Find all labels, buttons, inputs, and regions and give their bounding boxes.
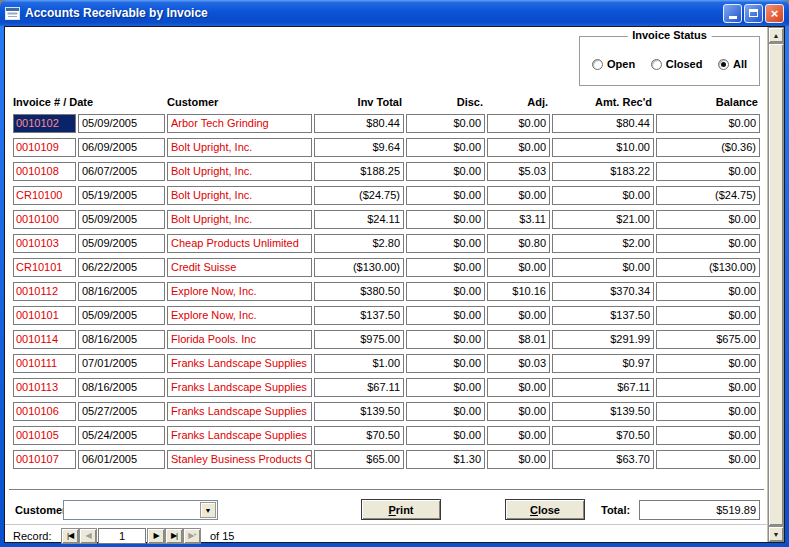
- inv-total-cell[interactable]: ($24.75): [314, 186, 404, 205]
- disc-cell[interactable]: $0.00: [406, 114, 485, 133]
- disc-cell[interactable]: $0.00: [406, 234, 485, 253]
- inv-total-cell[interactable]: ($130.00): [314, 258, 404, 277]
- inv-total-cell[interactable]: $2.80: [314, 234, 404, 253]
- invoice-date-cell[interactable]: 05/27/2005: [78, 402, 165, 421]
- invoice-date-cell[interactable]: 05/09/2005: [78, 210, 165, 229]
- inv-total-cell[interactable]: $380.50: [314, 282, 404, 301]
- invoice-number-cell[interactable]: 0010112: [13, 282, 76, 301]
- adj-cell[interactable]: $0.00: [487, 114, 550, 133]
- customer-cell[interactable]: Bolt Upright, Inc.: [167, 186, 312, 205]
- invoice-number-cell[interactable]: 0010111: [13, 354, 76, 373]
- adj-cell[interactable]: $0.80: [487, 234, 550, 253]
- customer-cell[interactable]: Explore Now, Inc.: [167, 306, 312, 325]
- scroll-up-icon[interactable]: ▲: [768, 27, 784, 43]
- invoice-number-cell[interactable]: 0010114: [13, 330, 76, 349]
- invoice-date-cell[interactable]: 08/16/2005: [78, 330, 165, 349]
- balance-cell[interactable]: $0.00: [656, 306, 760, 325]
- balance-cell[interactable]: $0.00: [656, 234, 760, 253]
- last-record-button[interactable]: ▶|: [165, 528, 183, 544]
- customer-cell[interactable]: Arbor Tech Grinding: [167, 114, 312, 133]
- amt-recd-cell[interactable]: $137.50: [552, 306, 654, 325]
- adj-cell[interactable]: $0.00: [487, 426, 550, 445]
- balance-cell[interactable]: $0.00: [656, 210, 760, 229]
- invoice-date-cell[interactable]: 06/09/2005: [78, 138, 165, 157]
- balance-cell[interactable]: $0.00: [656, 282, 760, 301]
- adj-cell[interactable]: $0.03: [487, 354, 550, 373]
- invoice-date-cell[interactable]: 05/09/2005: [78, 114, 165, 133]
- adj-cell[interactable]: $0.00: [487, 378, 550, 397]
- balance-cell[interactable]: ($130.00): [656, 258, 760, 277]
- adj-cell[interactable]: $8.01: [487, 330, 550, 349]
- adj-cell[interactable]: $0.00: [487, 450, 550, 469]
- invoice-date-cell[interactable]: 08/16/2005: [78, 282, 165, 301]
- close-button[interactable]: Close: [505, 499, 585, 520]
- balance-cell[interactable]: $0.00: [656, 354, 760, 373]
- scroll-down-icon[interactable]: ▼: [768, 526, 784, 542]
- disc-cell[interactable]: $0.00: [406, 354, 485, 373]
- invoice-number-cell[interactable]: 0010108: [13, 162, 76, 181]
- disc-cell[interactable]: $0.00: [406, 306, 485, 325]
- disc-cell[interactable]: $0.00: [406, 138, 485, 157]
- inv-total-cell[interactable]: $137.50: [314, 306, 404, 325]
- invoice-number-cell[interactable]: 0010100: [13, 210, 76, 229]
- disc-cell[interactable]: $0.00: [406, 162, 485, 181]
- minimize-button[interactable]: [723, 4, 742, 23]
- vertical-scrollbar[interactable]: ▲ ▼: [767, 27, 784, 542]
- balance-cell[interactable]: $0.00: [656, 162, 760, 181]
- balance-cell[interactable]: $0.00: [656, 450, 760, 469]
- chevron-down-icon[interactable]: ▼: [200, 502, 216, 518]
- inv-total-cell[interactable]: $188.25: [314, 162, 404, 181]
- balance-cell[interactable]: ($0.36): [656, 138, 760, 157]
- invoice-number-cell[interactable]: CR10100: [13, 186, 76, 205]
- inv-total-cell[interactable]: $975.00: [314, 330, 404, 349]
- inv-total-cell[interactable]: $67.11: [314, 378, 404, 397]
- radio-all-circle[interactable]: [718, 59, 729, 70]
- amt-recd-cell[interactable]: $0.97: [552, 354, 654, 373]
- adj-cell[interactable]: $10.16: [487, 282, 550, 301]
- amt-recd-cell[interactable]: $139.50: [552, 402, 654, 421]
- balance-cell[interactable]: $0.00: [656, 378, 760, 397]
- customer-cell[interactable]: Franks Landscape Supplies: [167, 354, 312, 373]
- amt-recd-cell[interactable]: $63.70: [552, 450, 654, 469]
- disc-cell[interactable]: $0.00: [406, 378, 485, 397]
- new-record-button[interactable]: ▶*: [183, 528, 201, 544]
- amt-recd-cell[interactable]: $70.50: [552, 426, 654, 445]
- balance-cell[interactable]: $0.00: [656, 426, 760, 445]
- invoice-number-cell[interactable]: 0010105: [13, 426, 76, 445]
- inv-total-cell[interactable]: $65.00: [314, 450, 404, 469]
- invoice-number-cell[interactable]: 0010106: [13, 402, 76, 421]
- radio-open-circle[interactable]: [592, 59, 603, 70]
- disc-cell[interactable]: $0.00: [406, 330, 485, 349]
- disc-cell[interactable]: $0.00: [406, 186, 485, 205]
- invoice-date-cell[interactable]: 05/09/2005: [78, 234, 165, 253]
- invoice-date-cell[interactable]: 06/22/2005: [78, 258, 165, 277]
- invoice-date-cell[interactable]: 05/09/2005: [78, 306, 165, 325]
- customer-cell[interactable]: Cheap Products Unlimited: [167, 234, 312, 253]
- invoice-date-cell[interactable]: 07/01/2005: [78, 354, 165, 373]
- titlebar[interactable]: Accounts Receivable by Invoice ×: [0, 0, 789, 26]
- invoice-number-cell[interactable]: 0010102: [13, 114, 76, 133]
- inv-total-cell[interactable]: $70.50: [314, 426, 404, 445]
- invoice-number-cell[interactable]: 0010103: [13, 234, 76, 253]
- inv-total-cell[interactable]: $24.11: [314, 210, 404, 229]
- amt-recd-cell[interactable]: $370.34: [552, 282, 654, 301]
- maximize-button[interactable]: [744, 4, 763, 23]
- invoice-date-cell[interactable]: 05/19/2005: [78, 186, 165, 205]
- customer-cell[interactable]: Bolt Upright, Inc.: [167, 138, 312, 157]
- previous-record-button[interactable]: ◀: [79, 528, 97, 544]
- first-record-button[interactable]: |◀: [61, 528, 79, 544]
- balance-cell[interactable]: $0.00: [656, 402, 760, 421]
- customer-cell[interactable]: Florida Pools. Inc: [167, 330, 312, 349]
- next-record-button[interactable]: ▶: [147, 528, 165, 544]
- customer-filter-combobox[interactable]: ▼: [63, 500, 218, 520]
- amt-recd-cell[interactable]: $2.00: [552, 234, 654, 253]
- balance-cell[interactable]: $0.00: [656, 114, 760, 133]
- disc-cell[interactable]: $1.30: [406, 450, 485, 469]
- invoice-number-cell[interactable]: 0010101: [13, 306, 76, 325]
- invoice-date-cell[interactable]: 06/07/2005: [78, 162, 165, 181]
- print-button[interactable]: Print: [361, 499, 441, 520]
- amt-recd-cell[interactable]: $10.00: [552, 138, 654, 157]
- customer-cell[interactable]: Bolt Upright, Inc.: [167, 210, 312, 229]
- invoice-number-cell[interactable]: 0010107: [13, 450, 76, 469]
- radio-closed[interactable]: Closed: [651, 58, 703, 70]
